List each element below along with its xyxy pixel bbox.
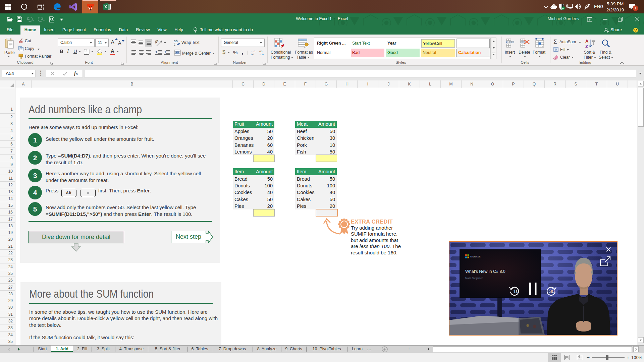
svg-text:Microsoft: Microsoft: [470, 255, 481, 258]
svg-text:ab: ab: [155, 39, 159, 44]
svg-text:.00: .00: [250, 53, 254, 56]
svg-text:→.0: →.0: [259, 53, 264, 56]
svg-text:10: 10: [513, 288, 519, 294]
svg-text:c: c: [174, 42, 175, 46]
svg-text:A: A: [585, 39, 589, 44]
svg-text:≠: ≠: [281, 43, 284, 49]
svg-text:Z: Z: [585, 44, 588, 49]
svg-text:.00: .00: [259, 50, 263, 53]
svg-text:←.0: ←.0: [250, 50, 255, 53]
svg-text:30: 30: [549, 288, 555, 294]
svg-text:1: 1: [635, 6, 637, 10]
svg-text:Mads Torgersen: Mads Torgersen: [465, 277, 483, 280]
svg-text:What's New in C# 8.0: What's New in C# 8.0: [465, 269, 505, 274]
